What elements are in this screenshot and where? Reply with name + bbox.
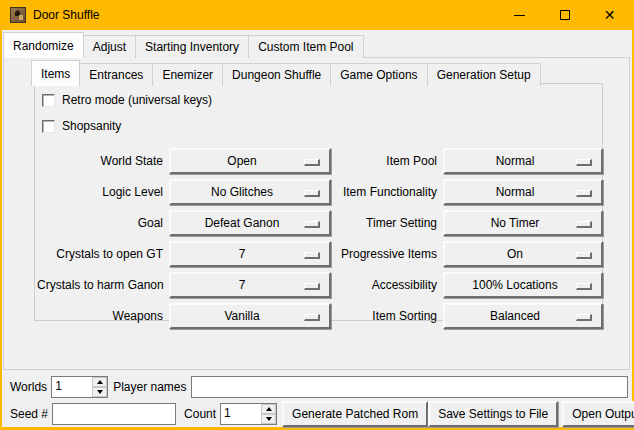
timer-setting-label: Timer Setting xyxy=(335,216,439,230)
crystals-to-open-gt-label: Crystals to open GT xyxy=(37,247,165,261)
goal-label: Goal xyxy=(37,216,165,230)
worlds-spin-up-button[interactable] xyxy=(92,377,107,387)
minimize-icon xyxy=(514,15,525,16)
dropdown-indicator-icon xyxy=(576,283,592,290)
goal-dropdown[interactable]: Defeat Ganon xyxy=(169,210,331,236)
item-sorting-value: Balanced xyxy=(490,309,540,323)
item-pool-label: Item Pool xyxy=(335,154,439,168)
dropdown-indicator-icon xyxy=(576,221,592,228)
progressive-items-dropdown[interactable]: On xyxy=(443,241,603,267)
logic-level-label: Logic Level xyxy=(37,185,165,199)
count-spinner[interactable]: 1 xyxy=(220,403,277,425)
count-value[interactable]: 1 xyxy=(221,404,261,424)
timer-setting-dropdown[interactable]: No Timer xyxy=(443,210,603,236)
dropdown-indicator-icon xyxy=(304,314,320,321)
accessibility-label: Accessibility xyxy=(335,278,439,292)
dropdown-indicator-icon xyxy=(576,252,592,259)
tab-game-options[interactable]: Game Options xyxy=(330,63,427,86)
checkbox-group: Retro mode (universal keys)Shopsanity xyxy=(35,92,602,134)
world-state-value: Open xyxy=(227,154,256,168)
player-names-label: Player names xyxy=(113,380,186,394)
item-sorting-label: Item Sorting xyxy=(335,309,439,323)
worlds-value[interactable]: 1 xyxy=(52,377,92,397)
save-settings-button[interactable]: Save Settings to File xyxy=(428,401,558,427)
tab-randomize[interactable]: Randomize xyxy=(3,32,84,58)
timer-setting-value: No Timer xyxy=(491,216,540,230)
world-state-dropdown[interactable]: Open xyxy=(169,148,331,174)
close-button[interactable]: ✕ xyxy=(587,0,632,30)
dropdown-indicator-icon xyxy=(304,159,320,166)
accessibility-dropdown[interactable]: 100% Locations xyxy=(443,272,603,298)
down-arrow-icon xyxy=(266,417,272,421)
door-shuffle-window: Door Shuffle ✕ RandomizeAdjustStarting I… xyxy=(0,0,634,430)
accessibility-value: 100% Locations xyxy=(472,278,557,292)
logic-level-value: No Glitches xyxy=(211,185,273,199)
close-icon: ✕ xyxy=(604,8,616,22)
worlds-spin-down-button[interactable] xyxy=(92,387,107,397)
crystals-to-open-gt-dropdown[interactable]: 7 xyxy=(169,241,331,267)
count-spin-up-button[interactable] xyxy=(261,404,276,414)
minimize-button[interactable] xyxy=(497,0,542,30)
count-spin-down-button[interactable] xyxy=(261,414,276,424)
tab-dungeon-shuffle[interactable]: Dungeon Shuffle xyxy=(222,63,331,86)
up-arrow-icon xyxy=(266,407,272,411)
item-functionality-label: Item Functionality xyxy=(335,185,439,199)
retro-mode-checkbox[interactable] xyxy=(42,94,55,107)
tab-generation-setup[interactable]: Generation Setup xyxy=(427,63,541,86)
dropdown-indicator-icon xyxy=(304,252,320,259)
player-names-input[interactable] xyxy=(191,376,629,398)
tab-custom-item-pool[interactable]: Custom Item Pool xyxy=(248,35,363,58)
settings-grid: World StateOpenItem PoolNormalLogic Leve… xyxy=(37,148,602,329)
maximize-icon xyxy=(560,10,570,20)
worlds-spin-arrows xyxy=(92,377,107,397)
dropdown-indicator-icon xyxy=(576,190,592,197)
dropdown-indicator-icon xyxy=(576,159,592,166)
seed-input[interactable] xyxy=(52,403,176,425)
shopsanity-checkbox-row: Shopsanity xyxy=(42,118,602,134)
maximize-button[interactable] xyxy=(542,0,587,30)
count-label: Count xyxy=(184,407,216,421)
logic-level-dropdown[interactable]: No Glitches xyxy=(169,179,331,205)
worlds-row: Worlds 1 Player names xyxy=(2,375,632,399)
tab-items[interactable]: Items xyxy=(31,60,80,86)
progressive-items-value: On xyxy=(507,247,523,261)
crystals-to-open-gt-value: 7 xyxy=(239,247,246,261)
primary-tab-bar: RandomizeAdjustStarting InventoryCustom … xyxy=(3,32,364,58)
weapons-label: Weapons xyxy=(37,309,165,323)
tab-starting-inventory[interactable]: Starting Inventory xyxy=(135,35,249,58)
item-pool-dropdown[interactable]: Normal xyxy=(443,148,603,174)
dropdown-indicator-icon xyxy=(304,221,320,228)
window-controls: ✕ xyxy=(497,0,632,30)
up-arrow-icon xyxy=(97,380,103,384)
window-content: RandomizeAdjustStarting InventoryCustom … xyxy=(2,30,632,427)
items-panel: Retro mode (universal keys)Shopsanity Wo… xyxy=(34,83,603,321)
weapons-value: Vanilla xyxy=(224,309,259,323)
tab-enemizer[interactable]: Enemizer xyxy=(152,63,223,86)
item-functionality-dropdown[interactable]: Normal xyxy=(443,179,603,205)
crystals-to-harm-ganon-dropdown[interactable]: 7 xyxy=(169,272,331,298)
tab-adjust[interactable]: Adjust xyxy=(83,35,136,58)
retro-mode-label: Retro mode (universal keys) xyxy=(62,93,212,107)
open-output-directory-button[interactable]: Open Output Directory xyxy=(562,401,634,427)
app-door-icon xyxy=(10,7,26,23)
dropdown-indicator-icon xyxy=(304,190,320,197)
crystals-to-harm-ganon-value: 7 xyxy=(239,278,246,292)
tab-entrances[interactable]: Entrances xyxy=(79,63,153,86)
item-functionality-value: Normal xyxy=(496,185,535,199)
generate-patched-rom-button[interactable]: Generate Patched Rom xyxy=(282,401,428,427)
shopsanity-checkbox[interactable] xyxy=(42,120,55,133)
dropdown-indicator-icon xyxy=(304,283,320,290)
worlds-spinner[interactable]: 1 xyxy=(51,376,108,398)
goal-value: Defeat Ganon xyxy=(205,216,280,230)
weapons-dropdown[interactable]: Vanilla xyxy=(169,303,331,329)
dropdown-indicator-icon xyxy=(576,314,592,321)
crystals-to-harm-ganon-label: Crystals to harm Ganon xyxy=(37,278,165,292)
count-spin-arrows xyxy=(261,404,276,424)
shopsanity-label: Shopsanity xyxy=(62,119,121,133)
window-title: Door Shuffle xyxy=(33,8,100,22)
item-sorting-dropdown[interactable]: Balanced xyxy=(443,303,603,329)
seed-label: Seed # xyxy=(10,407,48,421)
progressive-items-label: Progressive Items xyxy=(335,247,439,261)
retro-mode-checkbox-row: Retro mode (universal keys) xyxy=(42,92,602,108)
seed-row: Seed # Count 1 Generate Patched Rom Save… xyxy=(2,400,632,427)
